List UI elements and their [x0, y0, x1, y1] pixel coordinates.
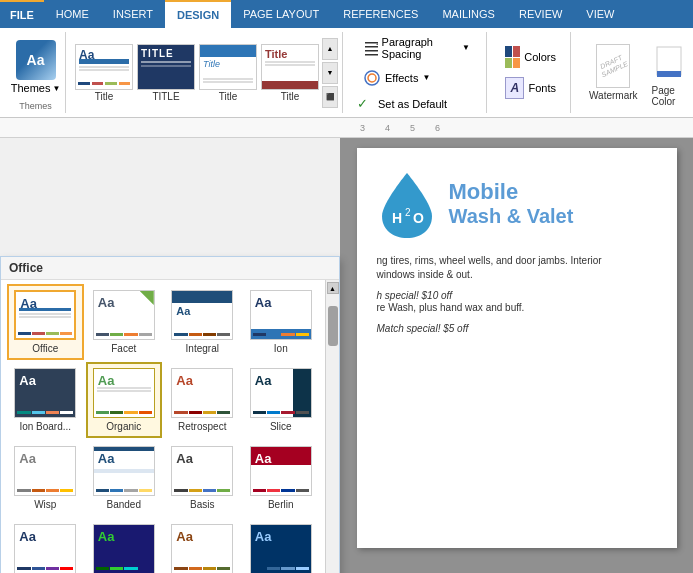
set-as-default-btn[interactable]: Set as Default	[372, 95, 453, 113]
themes-panel-scroll-area: Aa	[1, 280, 339, 573]
themes-scroll-down[interactable]: ▼	[322, 62, 338, 84]
fonts-btn[interactable]: A Fonts	[499, 74, 562, 102]
theme-office-label: Office	[32, 343, 58, 354]
watermark-label: Watermark	[589, 90, 638, 101]
theme-slice[interactable]: Aa Slice	[243, 362, 320, 438]
document-body-1: ng tires, rims, wheel wells, and door ja…	[377, 254, 657, 268]
paragraph-spacing-label: Paragraph Spacing	[382, 36, 458, 60]
ribbon-tabs: FILE HOME INSERT DESIGN PAGE LAYOUT REFE…	[0, 0, 693, 28]
document-formatting-group: Paragraph Spacing ▼ Effects ▼ ✓ Set as D…	[347, 32, 487, 113]
theme-office[interactable]: Aa	[7, 284, 84, 360]
svg-rect-2	[365, 50, 378, 52]
tab-home[interactable]: HOME	[44, 0, 101, 28]
theme-integral[interactable]: Aa Integral	[164, 284, 241, 360]
theme-organic-label: Organic	[106, 421, 141, 432]
theme-wisp[interactable]: Aa Wisp	[7, 440, 84, 516]
svg-rect-1	[365, 46, 378, 48]
theme-facet-label: Facet	[111, 343, 136, 354]
page-color-label: Page Color	[652, 85, 686, 107]
document-body-2: windows inside & out.	[377, 268, 657, 282]
fonts-icon: A	[505, 77, 524, 99]
theme-ion[interactable]: Aa Ion	[243, 284, 320, 360]
themes-scroll-up[interactable]: ▲	[322, 38, 338, 60]
tab-review[interactable]: REVIEW	[507, 0, 574, 28]
theme-retrospect-label: Retrospect	[178, 421, 226, 432]
document-page: H 2 O Mobile Wash & Valet ng tires, rims…	[357, 148, 677, 548]
theme-celestial[interactable]: Aa Celestial	[7, 518, 84, 573]
ribbon: FILE HOME INSERT DESIGN PAGE LAYOUT REFE…	[0, 0, 693, 118]
theme-facet[interactable]: Aa Facet	[86, 284, 163, 360]
themes-panel-header: Office	[1, 257, 339, 280]
themes-dropdown-arrow: ▼	[52, 84, 60, 93]
tab-references[interactable]: REFERENCES	[331, 0, 430, 28]
tab-view[interactable]: VIEW	[574, 0, 626, 28]
themes-panel-title: Office	[9, 261, 43, 275]
paragraph-spacing-btn[interactable]: Paragraph Spacing ▼	[357, 33, 476, 63]
theme-organic[interactable]: Aa Organic	[86, 362, 163, 438]
effects-icon	[363, 69, 381, 87]
themes-panel-content: Aa	[1, 280, 325, 573]
page-background-group: DRAFTSAMPLE Watermark Page Color Page Bo…	[575, 32, 693, 113]
tab-mailings[interactable]: MAILINGS	[430, 0, 507, 28]
theme-depth[interactable]: Aa Depth	[243, 518, 320, 573]
tab-insert[interactable]: INSERT	[101, 0, 165, 28]
colors-icon	[505, 46, 520, 68]
tab-file[interactable]: FILE	[0, 0, 44, 28]
themes-label: Themes	[11, 82, 51, 94]
paragraph-spacing-icon	[363, 39, 378, 57]
colors-label: Colors	[524, 51, 556, 63]
theme-basis-label: Basis	[190, 499, 214, 510]
watermark-btn[interactable]: DRAFTSAMPLE Watermark	[585, 40, 642, 105]
document-special-3: Match special! $5 off	[377, 323, 657, 334]
doc-theme-1[interactable]: Aa	[74, 38, 134, 108]
ribbon-body: Aa Themes ▼ Themes Aa	[0, 28, 693, 118]
theme-ion-board-label: Ion Board...	[19, 421, 71, 432]
document-title-line1: Mobile	[449, 179, 574, 205]
document-themes-section: Aa	[70, 32, 343, 113]
page-color-btn[interactable]: Page Color	[648, 35, 690, 111]
effects-arrow: ▼	[422, 73, 430, 82]
tab-design[interactable]: DESIGN	[165, 0, 231, 28]
svg-rect-0	[365, 42, 378, 44]
document-title-block: Mobile Wash & Valet	[449, 179, 574, 228]
doc-theme-2[interactable]: TITLE TITLE	[136, 38, 196, 108]
theme-banded-label: Banded	[107, 499, 141, 510]
doc-theme-4[interactable]: Title Title	[260, 38, 320, 108]
tab-page-layout[interactable]: PAGE LAYOUT	[231, 0, 331, 28]
theme-ion-label: Ion	[274, 343, 288, 354]
document-logo: H 2 O Mobile Wash & Valet	[377, 168, 657, 238]
scroll-thumb[interactable]	[328, 306, 338, 346]
themes-panel-scrollbar: ▲ ▼	[325, 280, 339, 573]
themes-button[interactable]: Aa Themes ▼	[3, 32, 69, 102]
theme-circuit[interactable]: Aa Circuit	[86, 518, 163, 573]
effects-btn[interactable]: Effects ▼	[357, 66, 476, 90]
svg-rect-6	[657, 47, 681, 75]
svg-point-4	[365, 71, 379, 85]
theme-damask[interactable]: Aa Damask	[164, 518, 241, 573]
colors-fonts-group: Colors A Fonts	[491, 32, 571, 113]
theme-basis[interactable]: Aa Basis	[164, 440, 241, 516]
document-title-line2: Wash & Valet	[449, 205, 574, 228]
doc-theme-3[interactable]: Title Title	[198, 38, 258, 108]
themes-dropdown-panel: Office Aa	[0, 256, 340, 573]
theme-berlin[interactable]: Aa Berlin	[243, 440, 320, 516]
svg-rect-7	[657, 71, 681, 77]
checkmark-icon: ✓	[357, 96, 368, 111]
theme-banded[interactable]: Aa Banded	[86, 440, 163, 516]
document-special-2: re Wash, plus hand wax and buff.	[377, 301, 657, 315]
main-area: Office Aa	[0, 138, 693, 573]
theme-ion-board[interactable]: Aa Ion Board...	[7, 362, 84, 438]
svg-rect-3	[365, 54, 378, 56]
themes-group-label: Themes	[19, 101, 52, 111]
scroll-up-arrow[interactable]: ▲	[327, 282, 339, 294]
effects-label: Effects	[385, 72, 418, 84]
svg-text:H: H	[392, 210, 402, 226]
themes-group: Aa Themes ▼ Themes	[6, 32, 66, 113]
svg-text:2: 2	[405, 207, 411, 218]
page-color-icon	[652, 39, 686, 83]
theme-retrospect[interactable]: Aa Retrospect	[164, 362, 241, 438]
droplet-logo-icon: H 2 O	[377, 168, 437, 238]
colors-btn[interactable]: Colors	[499, 43, 562, 71]
themes-expand[interactable]: ⬛	[322, 86, 338, 108]
watermark-icon: DRAFTSAMPLE	[596, 44, 630, 88]
